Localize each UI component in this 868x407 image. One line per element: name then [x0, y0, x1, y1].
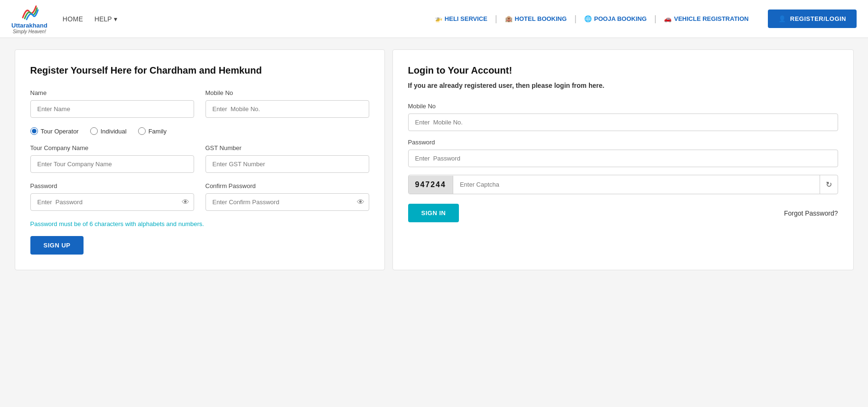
nav-pooja-booking[interactable]: 🌐 POOJA BOOKING [584, 15, 647, 22]
confirm-password-input[interactable] [205, 193, 369, 211]
nav-home[interactable]: HOME [63, 15, 83, 23]
captcha-row: 947244 ↻ [408, 175, 838, 194]
mobile-input[interactable] [205, 100, 369, 118]
login-panel: Login to Your Account! If you are alread… [392, 49, 854, 270]
separator-1: | [495, 14, 497, 24]
nav-services: 🚁 HELI SERVICE | 🏨 HOTEL BOOKING | 🌐 POO… [415, 14, 768, 24]
password-toggle-icon[interactable]: 👁 [182, 198, 189, 207]
captcha-input[interactable] [453, 176, 820, 193]
login-password-label: Password [408, 139, 838, 146]
signin-button[interactable]: SIGN IN [408, 204, 459, 222]
mobile-group: Mobile No [205, 89, 369, 118]
separator-2: | [574, 14, 577, 24]
password-row: Password 👁 Confirm Password 👁 [30, 182, 369, 211]
heli-icon: 🚁 [435, 15, 442, 22]
radio-tour-operator[interactable]: Tour Operator [30, 127, 79, 135]
password-input[interactable] [30, 193, 194, 211]
login-password-input[interactable] [408, 150, 838, 167]
navbar: Uttarakhand Simply Heaven! HOME HELP ▾ 🚁… [0, 0, 868, 38]
hotel-icon: 🏨 [505, 15, 513, 22]
separator-3: | [654, 14, 657, 24]
logo-title: Uttarakhand [11, 22, 47, 29]
name-label: Name [30, 89, 194, 96]
confirm-password-toggle-icon[interactable]: 👁 [357, 198, 364, 207]
nav-hotel-booking[interactable]: 🏨 HOTEL BOOKING [505, 15, 567, 22]
password-group: Password 👁 [30, 182, 194, 211]
company-group: Tour Company Name [30, 144, 194, 173]
gst-group: GST Number [205, 144, 369, 173]
chevron-down-icon: ▾ [114, 15, 117, 23]
register-panel: Register Yourself Here for Chardham and … [15, 49, 385, 270]
logo-subtitle: Simply Heaven! [13, 29, 46, 34]
password-label: Password [30, 182, 194, 189]
login-mobile-label: Mobile No [408, 103, 838, 110]
name-input[interactable] [30, 100, 194, 118]
login-subtitle: If you are already registered user, then… [408, 82, 838, 89]
logo-icon [18, 3, 41, 22]
radio-family[interactable]: Family [138, 127, 167, 135]
user-type-radio-group: Tour Operator Individual Family [30, 127, 369, 135]
nav-heli-service[interactable]: 🚁 HELI SERVICE [435, 15, 487, 22]
mobile-label: Mobile No [205, 89, 369, 96]
pooja-icon: 🌐 [584, 15, 592, 22]
company-gst-row: Tour Company Name GST Number [30, 144, 369, 173]
logo: Uttarakhand Simply Heaven! [11, 3, 47, 34]
company-input[interactable] [30, 155, 194, 173]
password-input-wrapper: 👁 [30, 193, 194, 211]
register-login-button[interactable]: 👤 REGISTER/LOGIN [768, 9, 857, 28]
confirm-password-input-wrapper: 👁 [205, 193, 369, 211]
vehicle-icon: 🚗 [664, 15, 672, 22]
confirm-password-label: Confirm Password [205, 182, 369, 189]
gst-label: GST Number [205, 144, 369, 151]
register-title: Register Yourself Here for Chardham and … [30, 65, 369, 76]
name-mobile-row: Name Mobile No [30, 89, 369, 118]
name-group: Name [30, 89, 194, 118]
radio-tour-operator-input[interactable] [30, 127, 38, 135]
captcha-code: 947244 [409, 176, 453, 194]
login-password-group: Password [408, 139, 838, 167]
nav-vehicle-registration[interactable]: 🚗 VEHICLE REGISTRATION [664, 15, 748, 22]
main-content: Register Yourself Here for Chardham and … [7, 38, 861, 282]
nav-links: HOME HELP ▾ [63, 15, 415, 23]
nav-help[interactable]: HELP ▾ [94, 15, 117, 23]
login-mobile-group: Mobile No [408, 103, 838, 131]
login-title: Login to Your Account! [408, 65, 838, 76]
login-actions: SIGN IN Forgot Password? [408, 204, 838, 222]
radio-individual-input[interactable] [90, 127, 98, 135]
user-icon: 👤 [778, 15, 786, 22]
captcha-refresh-button[interactable]: ↻ [820, 175, 838, 194]
gst-input[interactable] [205, 155, 369, 173]
signup-button[interactable]: SIGN UP [30, 236, 84, 255]
confirm-password-group: Confirm Password 👁 [205, 182, 369, 211]
forgot-password-link[interactable]: Forgot Password? [784, 209, 838, 217]
radio-individual[interactable]: Individual [90, 127, 127, 135]
password-hint: Password must be of 6 characters with al… [30, 220, 369, 227]
radio-family-input[interactable] [138, 127, 146, 135]
login-mobile-input[interactable] [408, 114, 838, 131]
company-label: Tour Company Name [30, 144, 194, 151]
